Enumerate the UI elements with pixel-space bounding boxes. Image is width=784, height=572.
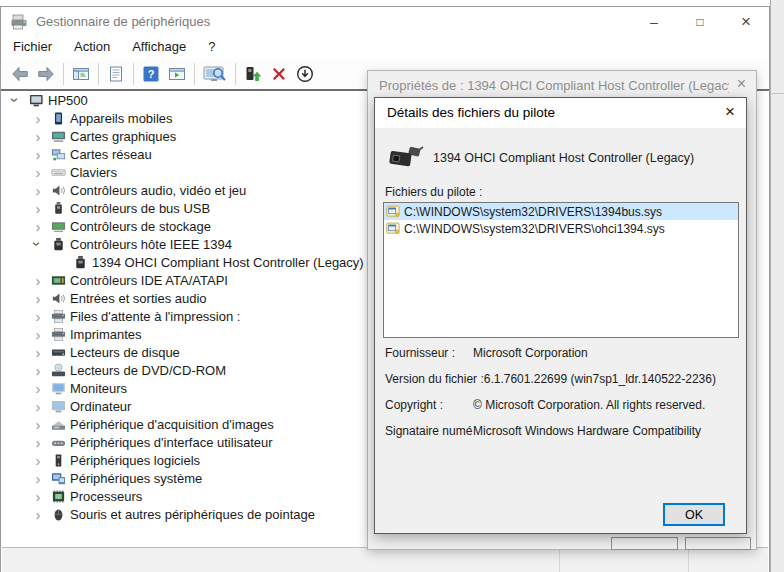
window-title: Gestionnaire de périphériques bbox=[36, 14, 210, 29]
titlebar[interactable]: Gestionnaire de périphériques – □ × bbox=[1, 7, 769, 36]
driver-details-fields: Fournisseur :Microsoft CorporationVersio… bbox=[385, 346, 737, 450]
scan-hardware-changes-icon[interactable] bbox=[201, 63, 229, 85]
driver-file-row[interactable]: C:\WINDOWS\system32\DRIVERS\ohci1394.sys bbox=[384, 220, 738, 237]
chevron-right-icon[interactable]: › bbox=[28, 361, 48, 379]
detail-label: Fournisseur : bbox=[385, 346, 473, 360]
usb-controller-icon bbox=[48, 200, 68, 216]
forward-icon[interactable] bbox=[35, 63, 57, 85]
properties-dialog-title: Propriétés de : 1394 OHCI Compliant Host… bbox=[379, 78, 729, 93]
tree-item-label: Imprimantes bbox=[70, 327, 142, 342]
background-window-line bbox=[771, 93, 784, 94]
chevron-down-icon[interactable]: › bbox=[7, 91, 25, 110]
toolbar-separator bbox=[194, 63, 195, 85]
driver-details-title: Détails des fichiers du pilote bbox=[387, 105, 555, 120]
chevron-right-icon[interactable]: › bbox=[28, 379, 48, 397]
mobile-device-icon bbox=[48, 110, 68, 126]
ok-button[interactable]: OK bbox=[663, 503, 725, 526]
tree-item-label: Contrôleurs hôte IEEE 1394 bbox=[70, 237, 232, 252]
print-queue-icon bbox=[48, 308, 68, 324]
tree-item-label: Cartes réseau bbox=[70, 147, 152, 162]
driver-file-row[interactable]: C:\WINDOWS\system32\DRIVERS\1394bus.sys bbox=[384, 203, 738, 220]
software-device-icon bbox=[48, 452, 68, 468]
chevron-right-icon[interactable]: › bbox=[28, 433, 48, 451]
detail-value: © Microsoft Corporation. All rights rese… bbox=[473, 398, 705, 412]
close-button[interactable]: × bbox=[723, 7, 769, 36]
detail-label: Version du fichier : bbox=[385, 372, 484, 386]
status-strip bbox=[2, 547, 768, 572]
chevron-down-icon[interactable]: › bbox=[29, 234, 47, 254]
show-action-pane-icon[interactable] bbox=[166, 63, 188, 85]
chevron-right-icon[interactable]: › bbox=[28, 163, 48, 181]
chevron-right-icon[interactable]: › bbox=[28, 271, 48, 289]
detail-row: Fournisseur :Microsoft Corporation bbox=[385, 346, 737, 372]
menu-item-affichage[interactable]: Affichage bbox=[121, 36, 197, 58]
computer-icon bbox=[26, 92, 46, 108]
minimize-button[interactable]: – bbox=[631, 7, 677, 36]
chevron-right-icon[interactable]: › bbox=[28, 505, 48, 523]
chevron-right-icon[interactable]: › bbox=[28, 181, 48, 199]
chevron-right-icon[interactable]: › bbox=[28, 451, 48, 469]
tree-item-label: Contrôleurs audio, vidéo et jeu bbox=[70, 183, 246, 198]
computer-monitor-icon bbox=[48, 398, 68, 414]
chevron-right-icon[interactable]: › bbox=[28, 145, 48, 163]
update-driver-icon[interactable] bbox=[242, 63, 264, 85]
chevron-right-icon[interactable]: › bbox=[28, 487, 48, 505]
detail-row: Copyright :© Microsoft Corporation. All … bbox=[385, 398, 737, 424]
chevron-right-icon[interactable]: › bbox=[28, 469, 48, 487]
driver-details-dialog: Détails des fichiers du pilote × 1394 OH… bbox=[374, 97, 747, 534]
chevron-right-icon[interactable]: › bbox=[28, 397, 48, 415]
chevron-right-icon[interactable]: › bbox=[28, 127, 48, 145]
network-adapter-icon bbox=[48, 146, 68, 162]
menu-item-fichier[interactable]: Fichier bbox=[2, 36, 63, 58]
processor-icon bbox=[48, 488, 68, 504]
tree-item-label: Files d'attente à l'impression : bbox=[70, 309, 240, 324]
chevron-right-icon[interactable]: › bbox=[28, 415, 48, 433]
background-window-edge bbox=[770, 0, 784, 572]
detail-value: 6.1.7601.22699 (win7sp1_ldr.140522-2236) bbox=[484, 372, 716, 386]
driver-details-titlebar[interactable]: Détails des fichiers du pilote × bbox=[375, 98, 746, 128]
imaging-device-icon bbox=[48, 416, 68, 432]
toolbar-separator bbox=[133, 63, 134, 85]
menu-item-?[interactable]: ? bbox=[197, 36, 226, 58]
toolbar-separator bbox=[235, 63, 236, 85]
firewire-controller-icon bbox=[70, 254, 90, 270]
chevron-right-icon[interactable]: › bbox=[28, 199, 48, 217]
tree-item-label: Claviers bbox=[70, 165, 117, 180]
sys-file-icon bbox=[386, 205, 402, 219]
detail-label: Copyright : bbox=[385, 398, 473, 412]
window-controls: – □ × bbox=[631, 7, 769, 36]
detail-value: Microsoft Windows Hardware Compatibility bbox=[473, 424, 701, 438]
system-device-icon bbox=[48, 470, 68, 486]
disable-icon[interactable] bbox=[294, 63, 316, 85]
tree-item-label: Lecteurs de DVD/CD-ROM bbox=[70, 363, 226, 378]
tree-item-label: Contrôleurs IDE ATA/ATAPI bbox=[70, 273, 228, 288]
uninstall-icon[interactable] bbox=[268, 63, 290, 85]
monitor-icon bbox=[48, 380, 68, 396]
tree-item-label: 1394 OHCI Compliant Host Controller (Leg… bbox=[92, 255, 364, 270]
tree-item-label: Périphériques d'interface utilisateur bbox=[70, 435, 273, 450]
chevron-right-icon[interactable]: › bbox=[28, 217, 48, 235]
properties-close-icon[interactable]: × bbox=[737, 75, 746, 93]
maximize-button[interactable]: □ bbox=[677, 7, 723, 36]
toolbar-separator bbox=[63, 63, 64, 85]
back-icon[interactable] bbox=[9, 63, 31, 85]
sys-file-icon bbox=[386, 222, 402, 236]
hidden-dialog-button bbox=[611, 537, 678, 550]
tree-item-label: Contrôleurs de stockage bbox=[70, 219, 211, 234]
tree-item-label: Périphériques système bbox=[70, 471, 202, 486]
driver-file-list[interactable]: C:\WINDOWS\system32\DRIVERS\1394bus.sysC… bbox=[383, 202, 739, 338]
properties-icon[interactable] bbox=[105, 63, 127, 85]
chevron-right-icon[interactable]: › bbox=[28, 307, 48, 325]
chevron-right-icon[interactable]: › bbox=[28, 109, 48, 127]
driver-file-path: C:\WINDOWS\system32\DRIVERS\1394bus.sys bbox=[404, 205, 662, 219]
menu-item-action[interactable]: Action bbox=[63, 36, 121, 58]
chevron-right-icon[interactable]: › bbox=[28, 289, 48, 307]
chevron-right-icon[interactable]: › bbox=[28, 343, 48, 361]
chevron-right-icon[interactable]: › bbox=[28, 325, 48, 343]
driver-details-close-icon[interactable]: × bbox=[725, 102, 735, 122]
help-icon[interactable]: ? bbox=[140, 63, 162, 85]
tree-item-label: Entrées et sorties audio bbox=[70, 291, 207, 306]
detail-label: Signataire numérique : bbox=[385, 424, 473, 438]
driver-file-path: C:\WINDOWS\system32\DRIVERS\ohci1394.sys bbox=[404, 222, 665, 236]
show-console-tree-icon[interactable] bbox=[70, 63, 92, 85]
